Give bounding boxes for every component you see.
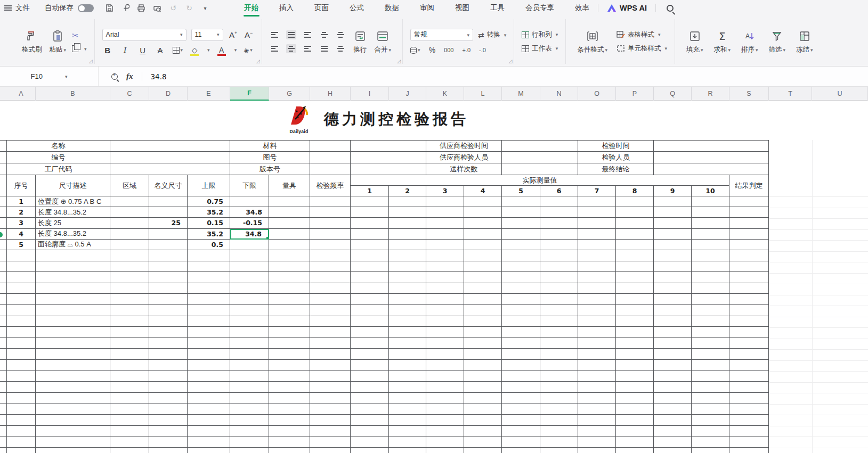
empty-cell[interactable] — [36, 327, 110, 338]
empty-cell[interactable] — [502, 371, 540, 382]
row-no-cell[interactable]: 3 — [7, 218, 36, 228]
empty-cell[interactable] — [464, 382, 502, 393]
empty-cell[interactable] — [351, 448, 389, 453]
empty-cell[interactable] — [389, 403, 426, 415]
empty-cell[interactable] — [540, 250, 578, 261]
empty-cell[interactable] — [389, 294, 426, 305]
empty-cell[interactable] — [540, 305, 578, 316]
empty-cell[interactable] — [464, 403, 502, 415]
empty-cell[interactable] — [578, 403, 616, 415]
empty-cell[interactable] — [110, 448, 149, 453]
column-header-R[interactable]: R — [692, 87, 729, 101]
measure-cell[interactable] — [540, 218, 578, 228]
paste-button[interactable]: 粘贴▾ — [46, 27, 70, 56]
info-label[interactable]: 检验时间 — [578, 140, 654, 152]
row-no-cell[interactable]: 1 — [7, 196, 36, 207]
empty-cell[interactable] — [426, 448, 464, 453]
measure-cell[interactable] — [540, 240, 578, 250]
empty-cell[interactable] — [310, 448, 351, 453]
edge-cell[interactable] — [0, 140, 7, 152]
row-no-cell[interactable]: 2 — [7, 207, 36, 218]
empty-cell[interactable] — [692, 403, 729, 415]
header-measure-col[interactable]: 6 — [540, 186, 578, 196]
empty-cell[interactable] — [149, 261, 188, 273]
info-value[interactable] — [110, 140, 230, 152]
header-cell[interactable]: 区域 — [110, 175, 149, 196]
align-middle-button[interactable] — [286, 30, 296, 39]
column-header-L[interactable]: L — [464, 87, 502, 101]
result-cell[interactable] — [729, 196, 769, 207]
empty-cell[interactable] — [230, 393, 269, 404]
empty-cell[interactable] — [502, 403, 540, 415]
edge-cell[interactable] — [0, 240, 7, 250]
undo-icon[interactable]: ↺ — [168, 3, 179, 13]
empty-cell[interactable] — [149, 349, 188, 360]
empty-cell[interactable] — [729, 349, 769, 360]
empty-cell[interactable] — [310, 403, 351, 415]
measure-cell[interactable] — [578, 240, 616, 250]
empty-cell[interactable] — [426, 250, 464, 261]
empty-cell[interactable] — [692, 360, 729, 371]
empty-cell[interactable] — [188, 250, 230, 261]
empty-cell[interactable] — [729, 294, 769, 305]
empty-cell[interactable] — [310, 393, 351, 404]
merge-cells-button[interactable]: 合并▾ — [371, 27, 395, 56]
font-size-select[interactable]: 11▾ — [191, 29, 223, 41]
number-launcher-icon[interactable]: ◿ — [508, 59, 512, 64]
empty-cell[interactable] — [7, 327, 36, 338]
header-measure-col[interactable]: 4 — [464, 186, 502, 196]
empty-cell[interactable] — [692, 327, 729, 338]
empty-cell[interactable] — [269, 436, 310, 448]
empty-cell[interactable] — [351, 338, 389, 349]
empty-cell[interactable] — [36, 294, 110, 305]
conditional-format-button[interactable]: 条件格式▾ — [573, 27, 611, 56]
underline-button[interactable]: U — [137, 46, 148, 55]
upper-limit-cell[interactable]: 35.2 — [188, 207, 230, 218]
empty-cell[interactable] — [729, 338, 769, 349]
empty-cell[interactable] — [269, 349, 310, 360]
empty-cell[interactable] — [188, 360, 230, 371]
empty-cell[interactable] — [389, 436, 426, 448]
text-orientation-button[interactable] — [336, 44, 346, 53]
tab-插入[interactable]: 插入 — [279, 0, 294, 16]
empty-cell[interactable] — [188, 316, 230, 327]
header-cell[interactable]: 上限 — [188, 175, 230, 196]
empty-cell[interactable] — [464, 426, 502, 437]
increase-indent-button[interactable] — [336, 30, 346, 39]
empty-cell[interactable] — [188, 448, 230, 453]
empty-cell[interactable] — [540, 448, 578, 453]
fx-icon[interactable]: fx — [126, 72, 133, 81]
empty-cell[interactable] — [502, 250, 540, 261]
empty-cell[interactable] — [540, 415, 578, 426]
tab-审阅[interactable]: 审阅 — [420, 0, 434, 16]
empty-cell[interactable] — [616, 436, 654, 448]
empty-cell[interactable] — [188, 327, 230, 338]
empty-cell[interactable] — [616, 261, 654, 273]
empty-cell[interactable] — [110, 316, 149, 327]
measure-cell[interactable] — [464, 196, 502, 207]
empty-cell[interactable] — [426, 316, 464, 327]
empty-cell[interactable] — [351, 316, 389, 327]
measure-cell[interactable] — [351, 240, 389, 250]
empty-cell[interactable] — [654, 338, 692, 349]
empty-cell[interactable] — [310, 283, 351, 294]
empty-cell[interactable] — [149, 360, 188, 371]
tab-会员专享[interactable]: 会员专享 — [525, 0, 554, 16]
empty-cell[interactable] — [654, 448, 692, 453]
measure-cell[interactable] — [389, 229, 426, 240]
empty-cell[interactable] — [310, 261, 351, 273]
measure-cell[interactable] — [389, 240, 426, 250]
empty-cell[interactable] — [578, 250, 616, 261]
empty-cell[interactable] — [729, 360, 769, 371]
empty-cell[interactable] — [7, 338, 36, 349]
empty-cell[interactable] — [502, 338, 540, 349]
empty-cell[interactable] — [502, 272, 540, 283]
measure-cell[interactable] — [616, 207, 654, 218]
empty-cell[interactable] — [351, 305, 389, 316]
empty-cell[interactable] — [310, 294, 351, 305]
column-header-N[interactable]: N — [540, 87, 578, 101]
empty-cell[interactable] — [149, 338, 188, 349]
empty-cell[interactable] — [578, 261, 616, 273]
empty-cell[interactable] — [188, 382, 230, 393]
measure-cell[interactable] — [389, 218, 426, 228]
